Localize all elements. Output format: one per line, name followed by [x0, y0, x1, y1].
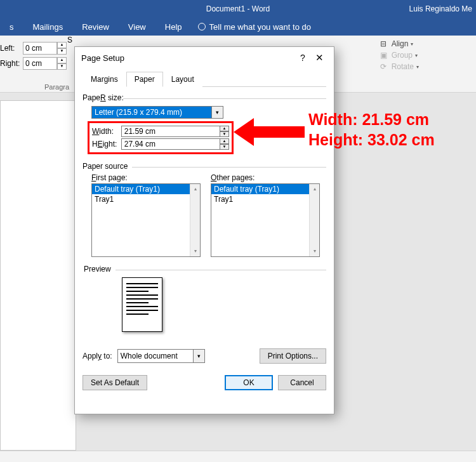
dialog-title: Page Setup [81, 53, 124, 63]
document-title: Document1 - Word [206, 4, 270, 13]
rotate-menu[interactable]: ⟳Rotate▾ [380, 62, 419, 71]
width-label: Width: [92, 127, 121, 136]
other-pages-label: Other pages: [211, 173, 320, 182]
indent-left-spinner[interactable]: ▲▼ [57, 42, 67, 55]
height-input[interactable] [121, 138, 220, 150]
list-item[interactable]: Tray1 [211, 194, 319, 204]
close-button[interactable]: ✕ [311, 52, 327, 63]
tab-paper[interactable]: Paper [126, 72, 163, 87]
ribbon-tab-mailings[interactable]: Mailings [23, 22, 73, 32]
preview-page [122, 277, 162, 332]
dialog-tabs: Margins Paper Layout [83, 71, 326, 87]
tab-layout[interactable]: Layout [163, 72, 202, 87]
apply-to-dropdown-button[interactable]: ▾ [194, 349, 205, 363]
first-page-label: First page: [91, 173, 201, 182]
align-menu[interactable]: ⊟Align▾ [380, 39, 419, 48]
list-item[interactable]: Default tray (Tray1) [92, 184, 200, 194]
ribbon-tab-help[interactable]: Help [155, 22, 192, 32]
height-label: HEight: [92, 140, 121, 148]
lightbulb-icon [198, 23, 206, 30]
preview-label: Preview [84, 265, 326, 274]
width-input[interactable] [121, 126, 220, 137]
paper-size-select[interactable]: Letter (215.9 x 279.4 mm) [91, 106, 212, 119]
group-icon: ▣ [380, 51, 389, 60]
tab-margins[interactable]: Margins [83, 72, 126, 87]
list-item[interactable]: Tray1 [92, 194, 200, 204]
print-options-button[interactable]: Print Options... [260, 348, 326, 364]
paper-source-label: Paper source [83, 162, 326, 171]
height-spinner[interactable]: ▲▼ [220, 138, 229, 150]
scrollbar[interactable]: ▴▾ [309, 184, 319, 256]
indent-left-label: Left: [0, 44, 23, 53]
indent-right-input[interactable] [23, 57, 57, 70]
arrange-group: ⊟Align▾ ▣Group▾ ⟳Rotate▾ [380, 39, 419, 74]
ribbon-tabs: s Mailings Review View Help Tell me what… [0, 18, 476, 36]
chevron-down-icon: ▾ [416, 64, 419, 70]
ribbon-tab-review[interactable]: Review [72, 22, 119, 32]
annotation-highlight-box: Width: ▲▼ HEight: ▲▼ [88, 121, 234, 154]
paper-size-dropdown-button[interactable]: ▾ [212, 106, 223, 119]
help-button[interactable]: ? [294, 53, 311, 63]
align-icon: ⊟ [380, 39, 389, 48]
chevron-down-icon: ▾ [415, 53, 418, 58]
user-name: Luis Reginaldo Me [409, 4, 472, 13]
width-spinner[interactable]: ▲▼ [220, 126, 229, 137]
other-pages-listbox[interactable]: Default tray (Tray1) Tray1 ▴▾ [211, 183, 320, 257]
ribbon-tab-view[interactable]: View [119, 22, 155, 32]
set-as-default-button[interactable]: Set As Default [83, 375, 147, 390]
paper-size-label: PapeR size: [83, 93, 326, 102]
ok-button[interactable]: OK [225, 375, 273, 390]
group-menu[interactable]: ▣Group▾ [380, 51, 419, 60]
page-setup-dialog: Page Setup ? ✕ Margins Paper Layout Pape… [74, 46, 334, 414]
status-bar [0, 451, 476, 462]
title-bar: Document1 - Word Luis Reginaldo Me [0, 0, 476, 18]
indent-right-label: Right: [0, 59, 23, 68]
indent-group: Left: ▲▼ Right: ▲▼ [0, 42, 67, 72]
paragraph-group-label: Paragra [44, 83, 69, 91]
apply-to-label: Apply to: [83, 352, 112, 360]
tell-me[interactable]: Tell me what you want to do [198, 22, 311, 32]
dialog-titlebar: Page Setup ? ✕ [75, 47, 334, 69]
scrollbar[interactable]: ▴▾ [190, 184, 200, 256]
rotate-icon: ⟳ [380, 62, 389, 71]
list-item[interactable]: Default tray (Tray1) [211, 184, 319, 194]
first-page-listbox[interactable]: Default tray (Tray1) Tray1 ▴▾ [91, 183, 201, 257]
cancel-button[interactable]: Cancel [278, 375, 326, 390]
indent-right-spinner[interactable]: ▲▼ [57, 57, 67, 70]
apply-to-select[interactable]: Whole document [117, 349, 194, 363]
chevron-down-icon: ▾ [411, 41, 413, 47]
indent-left-input[interactable] [23, 42, 57, 55]
spacing-partial-label: S [67, 36, 72, 44]
ribbon-tab[interactable]: s [0, 22, 23, 32]
tell-me-label: Tell me what you want to do [209, 22, 311, 32]
